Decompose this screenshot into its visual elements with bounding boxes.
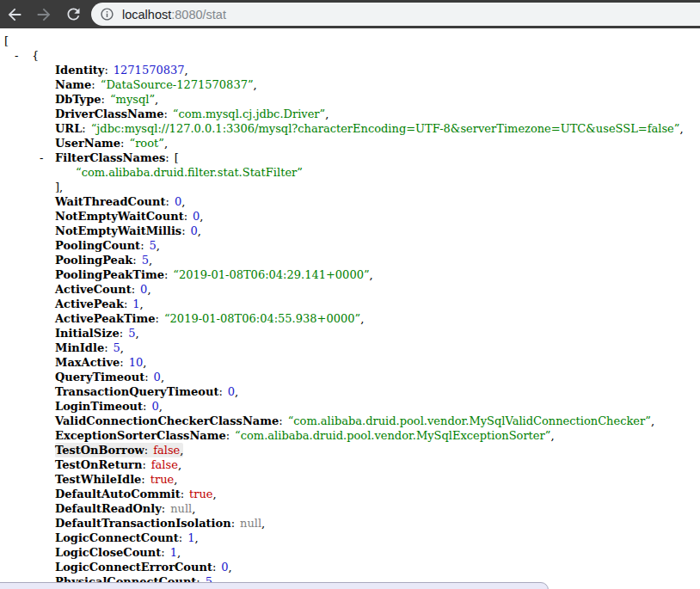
json-colon: : <box>141 473 144 486</box>
json-line: TestOnBorrow:false, <box>0 443 700 457</box>
json-key: Identity <box>55 64 104 77</box>
url-path: :8080/stat <box>171 8 226 21</box>
json-tree: [-{Identity:1271570837,Name:“DataSource-… <box>0 34 700 589</box>
json-colon: : <box>279 414 282 427</box>
json-key: TransactionQueryTimeout <box>55 385 218 398</box>
json-value-boolean: true <box>189 488 213 500</box>
json-comma: , <box>651 414 654 427</box>
json-comma: , <box>174 473 177 486</box>
json-line: WaitThreadCount:0, <box>0 194 700 209</box>
json-punct: ], <box>55 181 63 193</box>
address-bar[interactable]: localhost:8080/stat <box>91 3 700 26</box>
json-line: NotEmptyWaitCount:0, <box>0 209 700 224</box>
json-line: TestWhileIdle:true, <box>0 472 700 487</box>
json-line-content: [ <box>4 34 9 48</box>
json-line: PoolingCount:5, <box>0 238 700 253</box>
json-colon: : <box>132 283 135 296</box>
reload-button[interactable] <box>58 3 88 27</box>
json-colon: : <box>120 327 123 340</box>
json-line-content: PoolingPeakTime:“2019-01-08T06:04:29.141… <box>55 267 373 282</box>
json-line-content: URL:“jdbc:mysql://127.0.0.1:3306/mysql?c… <box>55 121 684 136</box>
json-key: LogicConnectErrorCount <box>55 561 212 574</box>
json-colon: : <box>120 137 124 150</box>
json-key: ActivePeakTime <box>55 312 156 325</box>
json-punct: [ <box>4 34 9 47</box>
json-colon: : <box>104 64 107 77</box>
json-colon: : <box>104 341 107 354</box>
json-line-content: DefaultAutoCommit:true, <box>55 487 217 501</box>
json-comma: , <box>261 517 265 530</box>
json-colon: : <box>161 546 164 559</box>
json-key: TestOnReturn <box>55 458 142 471</box>
url-text: localhost:8080/stat <box>122 8 226 21</box>
json-line: LogicCloseCount:1, <box>0 545 700 560</box>
json-key: DefaultReadOnly <box>55 502 162 515</box>
json-comma: , <box>180 444 183 457</box>
json-line: MinIdle:5, <box>0 341 700 355</box>
json-key: WaitThreadCount <box>55 195 166 208</box>
json-value-number: 5 <box>114 341 120 354</box>
json-line: ValidConnectionCheckerClassName:“com.ali… <box>0 414 700 428</box>
json-comma: , <box>370 268 373 281</box>
json-line: NotEmptyWaitMillis:0, <box>0 224 700 238</box>
json-key: LoginTimeout <box>55 400 143 413</box>
json-comma: , <box>164 137 168 150</box>
json-line: ExceptionSorterClassName:“com.alibaba.dr… <box>0 428 700 443</box>
json-value-number: 10 <box>129 356 144 369</box>
json-value-number: 0 <box>151 400 158 413</box>
json-line-content: QueryTimeout:0, <box>55 370 164 384</box>
json-key: DefaultTransactionIsolation <box>55 517 231 530</box>
json-key: TestOnBorrow <box>55 444 144 457</box>
json-line-content: TransactionQueryTimeout:0, <box>55 384 238 399</box>
back-button[interactable] <box>0 3 29 27</box>
json-line-content: InitialSize:5, <box>55 326 139 341</box>
json-colon: : <box>218 385 222 398</box>
forward-button[interactable] <box>29 3 58 27</box>
json-colon: : <box>144 371 148 383</box>
json-line-content: PoolingCount:5, <box>55 238 160 253</box>
json-line-content: “com.alibaba.druid.filter.stat.StatFilte… <box>76 165 303 180</box>
json-line-content: ActiveCount:0, <box>55 282 151 297</box>
json-key: ActiveCount <box>55 283 132 296</box>
json-value-string: “mysql” <box>110 93 155 106</box>
json-line-content: TestOnBorrow:false, <box>55 443 183 457</box>
json-value-string: “com.alibaba.druid.pool.vendor.MySqlVali… <box>288 414 651 427</box>
json-comma: , <box>194 531 198 544</box>
json-comma: , <box>120 341 124 354</box>
json-comma: , <box>200 210 203 223</box>
json-value-null: null <box>170 502 192 515</box>
json-key: ValidConnectionCheckerClassName <box>55 414 279 427</box>
json-line: DriverClassName:“com.mysql.cj.jdbc.Drive… <box>0 107 700 121</box>
json-punct: [ <box>175 151 179 164</box>
json-key: ActivePeak <box>55 298 124 310</box>
json-colon: : <box>156 312 159 325</box>
json-key: TestWhileIdle <box>55 473 141 486</box>
json-line: ActivePeak:1, <box>0 297 700 311</box>
json-line-content: Identity:1271570837, <box>55 63 188 77</box>
json-line: -{ <box>0 48 700 63</box>
json-colon: : <box>165 151 169 164</box>
json-line-content: WaitThreadCount:0, <box>55 194 185 209</box>
back-icon <box>5 5 24 24</box>
json-line-content: DbType:“mysql”, <box>55 92 158 107</box>
info-icon[interactable] <box>100 7 114 21</box>
json-line: LogicConnectErrorCount:0, <box>0 560 700 574</box>
json-line: UserName:“root”, <box>0 136 700 150</box>
json-colon: : <box>184 210 187 223</box>
json-line-content: UserName:“root”, <box>55 136 168 150</box>
json-key: NotEmptyWaitCount <box>55 210 184 223</box>
json-colon: : <box>132 254 136 267</box>
json-line: PoolingPeakTime:“2019-01-08T06:04:29.141… <box>0 267 700 282</box>
json-line-content: LoginTimeout:0, <box>55 399 163 414</box>
json-value-number: 5 <box>142 254 149 267</box>
json-key: ExceptionSorterClassName <box>55 429 226 442</box>
json-line-content: DefaultReadOnly:null, <box>55 501 195 516</box>
json-key: LogicCloseCount <box>55 546 161 559</box>
collapse-toggle[interactable]: - <box>15 48 32 63</box>
json-line-content: LogicConnectErrorCount:0, <box>55 560 232 574</box>
json-value-boolean: false <box>153 444 180 457</box>
json-comma: , <box>185 64 188 77</box>
collapse-toggle[interactable]: - <box>40 150 55 165</box>
json-value-string: “com.alibaba.druid.pool.vendor.MySqlExce… <box>235 429 550 442</box>
json-line-content: { <box>32 48 39 63</box>
